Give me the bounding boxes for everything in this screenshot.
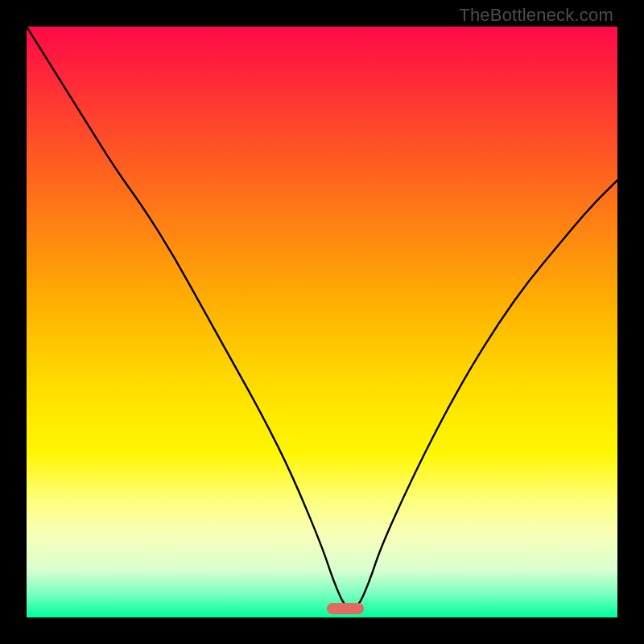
optimal-marker: [327, 603, 364, 614]
bottleneck-curve: [27, 27, 617, 617]
watermark-text: TheBottleneck.com: [459, 5, 613, 26]
plot-area: [27, 27, 617, 617]
curve-path: [27, 27, 617, 609]
